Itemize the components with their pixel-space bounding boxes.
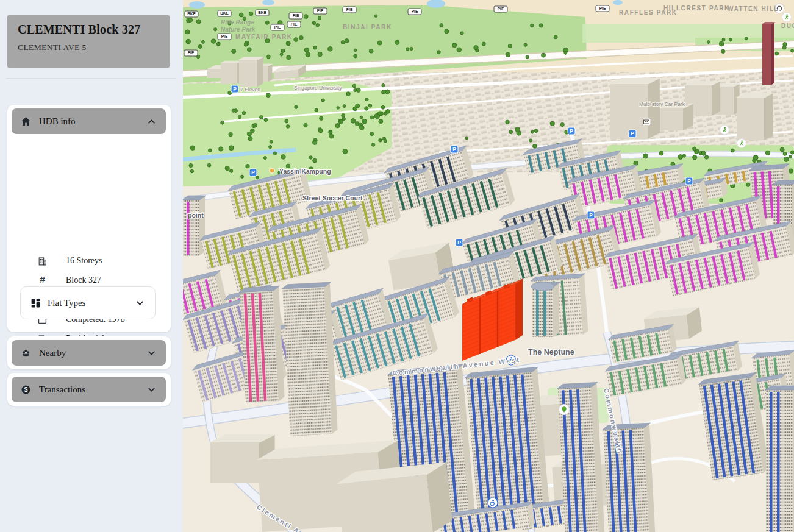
transactions-label: Transactions [39, 385, 85, 395]
svg-text:P: P [452, 146, 456, 152]
map-3d-view: PPPPPPPPBKEBKEBKEPIEPIEPIEPIEPIEPIEPIEPI… [183, 0, 794, 532]
svg-text:PIE: PIE [317, 9, 324, 13]
map-label: WATTEN HILL [728, 5, 779, 12]
road-shield: PIE [494, 6, 507, 12]
chevron-down-icon [146, 348, 157, 358]
road-shield: PIE [596, 5, 609, 12]
map-label: Singapore University [294, 85, 342, 91]
svg-text:PIE: PIE [293, 13, 299, 18]
buildings-icon [37, 256, 48, 266]
block-address: CLEMENTI AVE 5 [18, 43, 159, 52]
road-shield: PIE [218, 34, 231, 40]
hdb-info-label: HDB info [39, 116, 76, 127]
hdb-info-card: HDB info 16 Storeys # Block 327 CLEMENTI [7, 105, 171, 332]
svg-text:PIE: PIE [274, 25, 281, 29]
wheelchair-icon [488, 498, 498, 508]
road-shield: BKE [185, 11, 198, 17]
nearby-label: Nearby [39, 348, 66, 358]
road-shield: PIE [184, 50, 198, 56]
svg-text:PIE: PIE [291, 22, 298, 26]
flat-types-dropdown[interactable]: Flat Types [20, 286, 156, 319]
svg-text:BKE: BKE [258, 10, 266, 15]
road-shield: PIE [289, 13, 302, 19]
map-label: Street Soccer Court [302, 194, 363, 202]
parking-icon: P [685, 177, 693, 185]
transactions-toggle[interactable]: $ Transactions [12, 377, 166, 402]
chevron-down-icon [135, 298, 145, 308]
parking-icon: P [231, 85, 238, 93]
parking-icon: P [451, 146, 458, 153]
parking-icon: P [456, 239, 463, 246]
map-label: The Neptune [528, 348, 574, 356]
svg-text:PIE: PIE [221, 34, 228, 38]
fitness-icon [782, 13, 792, 22]
map-label: point [188, 211, 204, 219]
block-header: CLEMENTI Block 327 CLEMENTI AVE 5 [7, 15, 170, 68]
chevron-down-icon [146, 385, 157, 395]
block-number-value: Block 327 [66, 275, 101, 285]
road-shield: PIE [271, 24, 284, 30]
road-shield: PIE [313, 8, 327, 14]
restaurant-icon [270, 168, 274, 173]
svg-text:BKE: BKE [220, 11, 229, 15]
transactions-card: $ Transactions [7, 373, 171, 406]
parking-icon: P [249, 169, 257, 176]
hash-icon: # [37, 274, 48, 286]
svg-text:PIE: PIE [188, 51, 195, 55]
map-label: Rifle Range [221, 19, 254, 26]
storeys-value: 16 Storeys [66, 256, 102, 266]
map-label: BINJAI PARK [343, 24, 392, 30]
map-label: 7 Eleven [240, 87, 260, 93]
parking-icon: P [587, 211, 595, 219]
svg-text:P: P [631, 130, 634, 137]
sidebar: CLEMENTI Block 327 CLEMENTI AVE 5 HDB in… [0, 0, 183, 532]
svg-text:$: $ [24, 386, 28, 392]
map-label: MAYFAIR PARK [235, 34, 293, 40]
map-label: DUC [781, 23, 794, 29]
dollar-icon: $ [21, 385, 31, 395]
map-label: Nature Park [221, 26, 256, 33]
svg-text:P: P [589, 212, 593, 218]
svg-text:P: P [457, 239, 461, 246]
flower-icon [21, 348, 31, 358]
map-label: Yassin Kampung [279, 168, 331, 175]
svg-text:P: P [251, 169, 255, 176]
svg-text:PIE: PIE [346, 7, 353, 12]
svg-text:P: P [687, 178, 691, 184]
road-shield: PIE [408, 9, 421, 15]
park-tree-icon [559, 405, 570, 415]
chevron-up-icon [146, 116, 157, 127]
map-canvas[interactable]: PPPPPPPPBKEBKEBKEPIEPIEPIEPIEPIEPIEPIEPI… [183, 0, 794, 532]
parking-icon: P [568, 127, 575, 135]
svg-text:PIE: PIE [498, 7, 504, 11]
parking-icon: P [629, 130, 636, 137]
nearby-toggle[interactable]: Nearby [12, 340, 166, 366]
fitness-icon [720, 126, 729, 135]
list-item: 16 Storeys [7, 251, 171, 271]
nearby-card: Nearby [7, 336, 171, 369]
map-label: Multi-story Car Park [639, 101, 685, 107]
svg-text:PIE: PIE [599, 6, 606, 10]
grid-icon [30, 298, 41, 308]
road-shield: BKE [218, 10, 231, 16]
page-title: CLEMENTI Block 327 [18, 23, 159, 37]
svg-text:P: P [570, 128, 573, 134]
divider [6, 78, 176, 79]
hdb-info-toggle[interactable]: HDB info [12, 108, 166, 134]
house-icon [21, 116, 31, 127]
mail-icon [642, 118, 651, 126]
flat-types-label: Flat Types [48, 298, 85, 308]
road-shield: BKE [256, 10, 269, 16]
map-label: HILLCREST PARK [663, 5, 730, 12]
svg-text:PIE: PIE [412, 9, 418, 13]
road-shield: PIE [343, 7, 356, 13]
road-shield: PIE [287, 21, 301, 27]
svg-text:BKE: BKE [187, 12, 196, 16]
svg-text:P: P [233, 86, 237, 92]
fitness-icon [737, 139, 746, 148]
